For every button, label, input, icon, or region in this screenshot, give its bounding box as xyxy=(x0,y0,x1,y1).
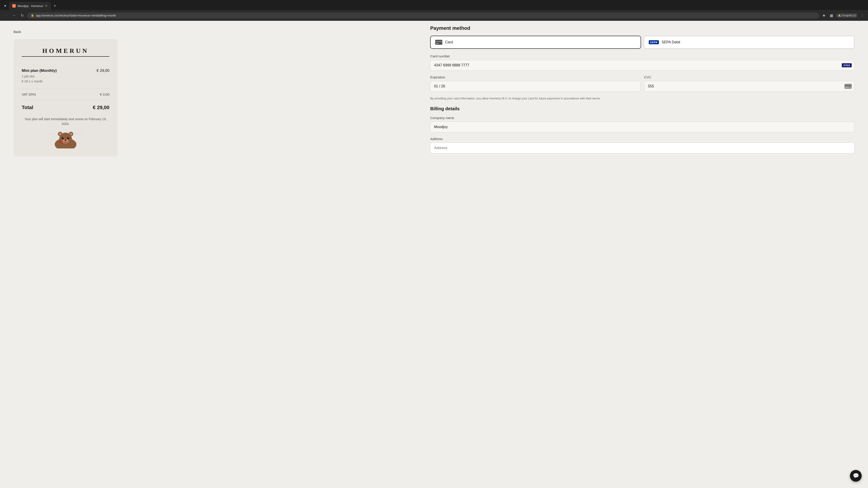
svg-point-7 xyxy=(65,139,66,141)
chat-button[interactable]: 💬 xyxy=(850,470,862,482)
renewal-text: Your plan will start immediately and ren… xyxy=(22,117,110,126)
tab-switcher[interactable]: ▼ xyxy=(2,3,8,8)
logo-underline xyxy=(22,56,110,57)
order-card: HOMERUN Mini plan (Monthly) € 29,00 1 jo… xyxy=(13,39,118,157)
tab-title: Moodjoy · Homerun xyxy=(18,4,43,8)
cvc-wrapper xyxy=(644,81,855,92)
svg-point-10 xyxy=(63,137,64,138)
svg-rect-17 xyxy=(845,85,851,86)
chat-icon: 💬 xyxy=(853,473,859,479)
cvc-input[interactable] xyxy=(644,81,855,92)
billing-section-title: Billing details xyxy=(430,106,855,111)
card-number-wrapper: VISA xyxy=(430,60,855,71)
incognito-badge[interactable]: 🕵 Incognito (2) xyxy=(836,13,858,18)
payment-method-sepa[interactable]: SEPA SEPA Debit xyxy=(644,36,855,49)
vat-row: VAT (0%) € 0,00 xyxy=(22,89,110,100)
payment-method-card[interactable]: Card xyxy=(430,36,641,49)
plan-details: 1 job slot € 29 x 1 month xyxy=(22,74,110,84)
new-tab-button[interactable]: + xyxy=(52,3,58,9)
expiration-label: Expiration xyxy=(430,75,640,79)
url-text: app.homerun.co/checkout?plan=homerun-min… xyxy=(36,14,116,17)
total-amount: € 29,00 xyxy=(93,105,110,110)
plan-detail-2: € 29 x 1 month xyxy=(22,79,110,84)
expiration-input[interactable] xyxy=(430,81,640,92)
browser-chrome: ▼ H Moodjoy · Homerun ✕ + ← → ↻ 🔒 app.ho… xyxy=(0,0,868,21)
total-label: Total xyxy=(22,105,33,110)
order-item: Mini plan (Monthly) € 29,00 1 job slot €… xyxy=(22,64,110,89)
card-method-label: Card xyxy=(445,40,453,44)
svg-point-5 xyxy=(70,133,72,135)
svg-point-9 xyxy=(67,137,69,139)
card-number-group: Card number VISA xyxy=(430,54,855,71)
address-group: Address xyxy=(430,137,855,153)
back-button[interactable]: ← xyxy=(3,12,9,19)
company-name-group: Company name xyxy=(430,116,855,132)
sepa-method-label: SEPA Debit xyxy=(662,40,680,44)
address-bar[interactable]: 🔒 app.homerun.co/checkout?plan=homerun-m… xyxy=(27,12,819,19)
menu-button[interactable]: ⋮ xyxy=(859,12,865,19)
plan-row: Mini plan (Monthly) € 29,00 xyxy=(22,68,110,73)
tab-bar: ▼ H Moodjoy · Homerun ✕ + xyxy=(0,0,868,10)
expiration-cvc-row: Expiration CVC xyxy=(430,75,855,96)
cvc-label: CVC xyxy=(644,75,855,79)
visa-badge: VISA xyxy=(842,63,852,67)
card-payment-icon xyxy=(435,40,442,45)
total-row: Total € 29,00 xyxy=(22,100,110,115)
svg-rect-14 xyxy=(435,41,442,42)
right-panel: Payment method Card SEPA SEPA Debit Card… xyxy=(416,21,868,488)
card-number-input[interactable] xyxy=(430,60,855,71)
consent-text: By providing your card information, you … xyxy=(430,96,855,101)
company-name-input[interactable] xyxy=(430,122,855,132)
plan-detail-1: 1 job slot xyxy=(22,74,110,79)
mascot-container xyxy=(22,128,110,149)
expiration-group: Expiration xyxy=(430,75,640,92)
svg-rect-18 xyxy=(846,87,847,88)
svg-point-12 xyxy=(60,140,63,144)
company-name-label: Company name xyxy=(430,116,855,120)
sepa-logo-icon: SEPA xyxy=(649,40,659,44)
svg-point-4 xyxy=(59,133,61,135)
tab-favicon: H xyxy=(12,4,16,8)
cvc-group: CVC xyxy=(644,75,855,92)
forward-button[interactable]: → xyxy=(11,12,17,19)
payment-section-title: Payment method xyxy=(430,25,855,31)
svg-point-11 xyxy=(68,137,69,138)
plan-price: € 29,00 xyxy=(96,68,110,73)
incognito-label: Incognito (2) xyxy=(842,14,856,17)
vat-amount: € 0,00 xyxy=(100,92,110,96)
card-number-label: Card number xyxy=(430,54,855,58)
split-view-button[interactable]: ▦ xyxy=(829,12,835,19)
payment-methods: Card SEPA SEPA Debit xyxy=(430,36,855,49)
back-link[interactable]: Back xyxy=(13,30,403,34)
reload-button[interactable]: ↻ xyxy=(19,12,25,19)
svg-rect-15 xyxy=(436,43,438,44)
left-panel: Back HOMERUN Mini plan (Monthly) € 29,00… xyxy=(0,21,416,488)
address-label: Address xyxy=(430,137,855,141)
browser-toolbar: ← → ↻ 🔒 app.homerun.co/checkout?plan=hom… xyxy=(0,10,868,21)
plan-name: Mini plan (Monthly) xyxy=(22,68,57,73)
browser-actions: ★ ▦ 🕵 Incognito (2) ⋮ xyxy=(821,12,865,19)
vat-label: VAT (0%) xyxy=(22,92,36,96)
active-tab[interactable]: H Moodjoy · Homerun ✕ xyxy=(9,2,51,10)
incognito-icon: 🕵 xyxy=(838,14,841,17)
homerun-logo: HOMERUN xyxy=(22,47,110,55)
tab-close-button[interactable]: ✕ xyxy=(45,4,48,8)
bookmark-button[interactable]: ★ xyxy=(821,12,827,19)
cvc-card-icon xyxy=(844,84,852,89)
mascot-bear xyxy=(48,128,84,149)
address-input[interactable] xyxy=(430,142,855,153)
page-content: Back HOMERUN Mini plan (Monthly) € 29,00… xyxy=(0,21,868,488)
lock-icon: 🔒 xyxy=(31,14,34,17)
svg-point-8 xyxy=(62,137,64,139)
